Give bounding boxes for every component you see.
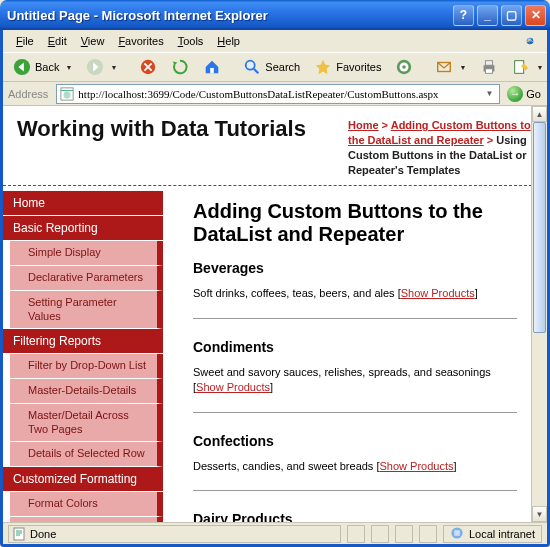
page-favicon-icon: [60, 87, 74, 101]
home-button[interactable]: [198, 56, 226, 78]
scroll-down-icon[interactable]: ▼: [532, 506, 547, 522]
favorites-button[interactable]: Favorites: [309, 56, 386, 78]
category-desc: Soft drinks, coffees, teas, beers, and a…: [193, 286, 517, 301]
sidebar-cat-home[interactable]: Home: [3, 191, 163, 216]
sidebar-cat-formatting[interactable]: Customized Formatting: [3, 467, 163, 492]
svg-rect-20: [14, 528, 24, 540]
sidebar: Home Basic Reporting Simple Display Decl…: [3, 186, 163, 522]
category-desc: Sweet and savory sauces, relishes, sprea…: [193, 365, 517, 396]
status-pane-blank: [395, 525, 413, 543]
category-desc: Desserts, candies, and sweet breads [Sho…: [193, 459, 517, 474]
menu-file[interactable]: File: [9, 33, 41, 49]
category-block: Confections Desserts, candies, and sweet…: [193, 433, 517, 491]
edit-icon: [512, 58, 530, 76]
mail-dropdown-icon[interactable]: ▼: [459, 64, 466, 71]
window-titlebar: Untitled Page - Microsoft Internet Explo…: [0, 0, 550, 30]
document-icon: [13, 527, 25, 541]
forward-dropdown-icon[interactable]: ▼: [110, 64, 117, 71]
intranet-icon: [450, 526, 464, 542]
page-header: Working with Data Tutorials Home > Addin…: [3, 106, 547, 186]
search-label: Search: [265, 61, 300, 73]
show-products-link[interactable]: Show Products: [196, 381, 270, 393]
page-title: Working with Data Tutorials: [17, 116, 348, 177]
address-bar: Address ▼ → Go: [3, 82, 547, 106]
help-button[interactable]: ?: [453, 5, 474, 26]
menu-edit[interactable]: Edit: [41, 33, 74, 49]
main-panel: Adding Custom Buttons to the DataList an…: [163, 186, 547, 522]
print-icon: [480, 58, 498, 76]
sidebar-item[interactable]: Format Colors: [3, 492, 163, 517]
statusbar: Done Local intranet: [3, 522, 547, 544]
search-icon: [243, 58, 261, 76]
sidebar-cat-filtering[interactable]: Filtering Reports: [3, 329, 163, 354]
menu-tools[interactable]: Tools: [171, 33, 211, 49]
status-pane-blank: [347, 525, 365, 543]
address-box[interactable]: ▼: [56, 84, 500, 104]
svg-rect-12: [486, 61, 493, 65]
search-button[interactable]: Search: [238, 56, 305, 78]
back-dropdown-icon[interactable]: ▼: [65, 64, 72, 71]
favorites-icon: [314, 58, 332, 76]
main-heading: Adding Custom Buttons to the DataList an…: [193, 200, 517, 246]
category-name: Beverages: [193, 260, 517, 276]
category-block: Dairy Products Cheeses [Show Products]: [193, 511, 517, 522]
sidebar-item[interactable]: Setting Parameter Values: [3, 291, 163, 330]
scroll-up-icon[interactable]: ▲: [532, 106, 547, 122]
mail-button[interactable]: ▼: [430, 56, 471, 78]
edit-button[interactable]: ▼: [507, 56, 548, 78]
ie-logo-icon: [519, 32, 541, 50]
show-products-link[interactable]: Show Products: [401, 287, 475, 299]
menu-favorites[interactable]: Favorites: [111, 33, 170, 49]
category-name: Confections: [193, 433, 517, 449]
status-text: Done: [30, 528, 56, 540]
sidebar-cat-basic-reporting[interactable]: Basic Reporting: [3, 216, 163, 241]
home-icon: [203, 58, 221, 76]
category-name: Dairy Products: [193, 511, 517, 522]
menubar: File Edit View Favorites Tools Help: [3, 30, 547, 52]
print-button[interactable]: [475, 56, 503, 78]
menu-help[interactable]: Help: [210, 33, 247, 49]
menu-view[interactable]: View: [74, 33, 112, 49]
sidebar-item[interactable]: Details of Selected Row: [3, 442, 163, 467]
address-input[interactable]: [78, 88, 482, 100]
stop-button[interactable]: [134, 56, 162, 78]
svg-rect-4: [211, 68, 215, 73]
minimize-button[interactable]: _: [477, 5, 498, 26]
status-pane-blank: [419, 525, 437, 543]
media-button[interactable]: [390, 56, 418, 78]
sidebar-item[interactable]: Simple Display: [3, 241, 163, 266]
security-zone-text: Local intranet: [469, 528, 535, 540]
sidebar-item[interactable]: Filter by Drop-Down List: [3, 354, 163, 379]
svg-point-19: [64, 91, 71, 98]
category-block: Condiments Sweet and savory sauces, reli…: [193, 339, 517, 413]
forward-button[interactable]: ▼: [81, 56, 122, 78]
address-label: Address: [6, 88, 52, 100]
breadcrumb-home[interactable]: Home: [348, 119, 379, 131]
page-content: Working with Data Tutorials Home > Addin…: [3, 106, 547, 522]
security-zone-pane: Local intranet: [443, 525, 542, 543]
go-button[interactable]: → Go: [504, 86, 544, 102]
mail-icon: [435, 58, 453, 76]
vertical-scrollbar[interactable]: ▲ ▼: [531, 106, 547, 522]
go-label: Go: [526, 88, 541, 100]
maximize-button[interactable]: ▢: [501, 5, 522, 26]
scroll-track[interactable]: [532, 122, 547, 506]
window-title: Untitled Page - Microsoft Internet Explo…: [7, 8, 453, 23]
forward-icon: [86, 58, 104, 76]
sidebar-item[interactable]: Master-Details-Details: [3, 379, 163, 404]
back-button[interactable]: Back ▼: [8, 56, 77, 78]
svg-rect-22: [454, 530, 460, 536]
address-dropdown-icon[interactable]: ▼: [482, 89, 496, 98]
toolbar: Back ▼ ▼ Search Favorites ▼ ▼: [3, 52, 547, 82]
sidebar-item[interactable]: Master/Detail Across Two Pages: [3, 404, 163, 443]
edit-dropdown-icon[interactable]: ▼: [536, 64, 543, 71]
sidebar-item[interactable]: Declarative Parameters: [3, 266, 163, 291]
category-name: Condiments: [193, 339, 517, 355]
refresh-icon: [171, 58, 189, 76]
scroll-thumb[interactable]: [533, 122, 546, 333]
close-button[interactable]: ✕: [525, 5, 546, 26]
refresh-button[interactable]: [166, 56, 194, 78]
media-icon: [395, 58, 413, 76]
show-products-link[interactable]: Show Products: [380, 460, 454, 472]
sidebar-item[interactable]: Custom Content in a GridView: [3, 517, 163, 522]
